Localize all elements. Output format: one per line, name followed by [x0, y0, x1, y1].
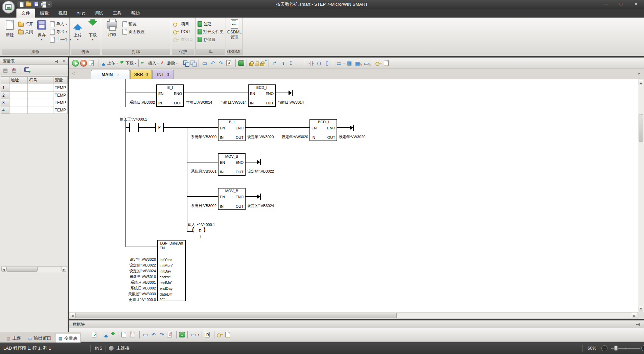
edit-address-button[interactable]: ▭✎ — [363, 59, 370, 67]
panel-hscroll-thumb[interactable] — [6, 267, 38, 272]
delete-selection-button[interactable]: ✗ — [166, 331, 174, 338]
type-cell[interactable]: TEMP — [53, 84, 67, 92]
delete-network-button[interactable]: ✗删除▾ — [160, 59, 178, 67]
menu-tab-edit[interactable]: 编辑 — [35, 9, 53, 18]
open-protected-button[interactable]: ‿ — [225, 331, 232, 338]
reset-coil[interactable]: R — [197, 229, 203, 233]
unlock-icon[interactable] — [255, 63, 259, 66]
download-button[interactable] — [111, 332, 115, 337]
redo-button[interactable]: ↷ — [217, 60, 224, 67]
download-table-button[interactable]: ▼ — [24, 67, 31, 73]
insert-coil-button[interactable]: ( ) — [316, 60, 322, 67]
upload-button[interactable]: 上传 ▾ — [70, 19, 86, 41]
app-menu-button[interactable] — [2, 1, 15, 14]
scroll-left-icon[interactable]: ◀ — [1, 267, 6, 272]
insert-branch-down-button[interactable]: ↴ — [279, 60, 286, 67]
operand-label[interactable]: 系统月:VB3001 — [105, 280, 156, 285]
editor-horizontal-scrollbar[interactable]: ◀ ▶ — [69, 312, 638, 319]
fb-box-bcd-i[interactable]: BCD_I ENENO INOUT — [248, 84, 276, 107]
address-cell[interactable] — [9, 99, 28, 106]
close-panel-icon[interactable]: × — [63, 57, 65, 65]
symbol-cell[interactable] — [28, 106, 53, 114]
add-lock-button[interactable]: + — [260, 59, 266, 67]
address-display-button[interactable]: ▭▾ — [336, 60, 345, 67]
pin-panel-icon[interactable] — [54, 59, 59, 63]
menu-tab-help[interactable]: 帮助 — [126, 9, 144, 18]
tab-sbr0[interactable]: SBR_0 — [130, 70, 152, 79]
compile-button[interactable]: ✔ — [88, 59, 96, 67]
edit-symbol-button[interactable]: ▦✎ — [354, 59, 362, 67]
operand-label[interactable]: 设定年:VW3020 — [257, 134, 308, 140]
pou-properties-button[interactable]: ▭ — [142, 331, 149, 338]
scroll-up-icon[interactable]: ▲ — [639, 80, 643, 85]
delete-row-button[interactable]: ▤✗ — [11, 67, 18, 73]
tab-scroll-right-icon[interactable]: ▸ — [638, 71, 640, 76]
operand-label[interactable]: 系统日:VB3002 — [105, 286, 156, 291]
menu-tab-debug[interactable]: 调试 — [90, 9, 108, 18]
menu-tab-tools[interactable]: 工具 — [108, 9, 126, 18]
qat-customize-caret-icon[interactable]: ▾ — [48, 3, 50, 6]
tab-close-icon[interactable]: × — [117, 72, 119, 77]
fb-box-b-i[interactable]: B_I ENENO INOUT — [218, 119, 246, 141]
operand-label[interactable]: 当前年:VW3010 — [105, 274, 156, 279]
undo-button[interactable]: ↶ — [150, 331, 157, 338]
delete-button[interactable]: ✗ — [130, 331, 137, 338]
fb-box-b-i[interactable]: B_I ENENO INOUT — [156, 84, 184, 107]
pin-panel-icon[interactable] — [636, 322, 640, 326]
type-cell[interactable]: TEMP — [53, 92, 67, 99]
operand-label[interactable]: 系统日:VB3002 — [104, 100, 155, 105]
dock-tab-vartable[interactable]: ▦变量表 — [55, 334, 81, 343]
goto-button[interactable]: → — [179, 332, 185, 337]
close-button[interactable]: 关闭 — [18, 28, 33, 35]
page-setup-button[interactable]: 页面设置 — [122, 28, 145, 35]
table-row[interactable]: 4 TEMP — [1, 106, 68, 114]
dock-tab-output[interactable]: ▭输出窗口 — [25, 334, 54, 343]
download-toolbar-button[interactable]: 下载▾ — [119, 60, 136, 67]
print-button[interactable]: 打印 — [104, 19, 120, 38]
goto-button[interactable]: → — [238, 60, 244, 66]
insert-vertical-line-button[interactable]: ↥ — [288, 60, 294, 67]
operand-label[interactable]: 系统日:VB3002 — [166, 203, 216, 208]
preview-button[interactable]: 预览 — [122, 20, 137, 28]
show-project-tree-button[interactable] — [183, 60, 189, 66]
address-cell[interactable] — [9, 106, 28, 114]
close-button[interactable]: × — [628, 0, 643, 9]
export-button[interactable]: 导出▾ — [50, 28, 67, 35]
address-cell[interactable] — [9, 84, 28, 92]
operand-label[interactable]: 系统月:VB3001 — [166, 169, 216, 174]
insert-network-button[interactable]: ⇤插入▾ — [141, 59, 159, 67]
library-open-folder-button[interactable]: 打开文件夹 — [198, 28, 224, 35]
pou-properties-button[interactable]: ▭ — [201, 60, 208, 67]
operand-label[interactable]: 设定的”:VB3022 — [105, 263, 156, 268]
minimize-button[interactable]: ─ — [599, 0, 614, 9]
open-protected-button[interactable]: ‿ — [383, 59, 391, 67]
save-icon[interactable] — [34, 2, 39, 7]
insert-branch-up-button[interactable]: ↱ — [271, 60, 278, 67]
col-header-symbol[interactable]: 符号 — [28, 77, 53, 84]
insert-horizontal-line-button[interactable]: → — [296, 60, 302, 67]
edge-contact-p[interactable]: P — [156, 125, 163, 129]
table-row[interactable]: 2 TEMP — [1, 92, 68, 99]
address-display-button[interactable]: ▭▾ — [190, 331, 199, 338]
symbol-cell[interactable] — [28, 92, 53, 99]
symbol-cell[interactable] — [28, 84, 53, 92]
upload-toolbar-button[interactable]: 上传▾ — [101, 60, 118, 67]
undo-button[interactable]: ↶ — [209, 60, 216, 67]
tab-scroll-left-icon[interactable]: ◁ — [72, 71, 75, 76]
contact-bar[interactable] — [129, 123, 130, 132]
protect-pou-button[interactable]: POU — [173, 28, 190, 35]
library-create-button[interactable]: 创建 — [198, 20, 211, 28]
fb-box-lgf-datediff[interactable]: LGF_DateDiff EN initYear initMon” initDa… — [157, 240, 186, 301]
panel-horizontal-scrollbar[interactable]: ◀ ▶ — [1, 266, 67, 272]
gsdml-manage-button[interactable]: GSDML 管理 — [227, 18, 242, 40]
stop-button[interactable] — [80, 60, 87, 67]
symbol-table-button[interactable]: ▦ — [346, 60, 353, 67]
table-row[interactable]: 3 TEMP — [1, 99, 68, 106]
library-memory-button[interactable]: 存储器 — [198, 36, 215, 43]
hscroll-thumb[interactable] — [75, 313, 397, 318]
type-cell[interactable]: TEMP — [53, 106, 67, 114]
rename-button[interactable]: R — [204, 331, 212, 338]
protect-project-button[interactable]: 项目 — [173, 20, 189, 28]
tab-int0[interactable]: INT_0 — [152, 70, 174, 79]
scroll-right-icon[interactable]: ▶ — [62, 267, 66, 272]
